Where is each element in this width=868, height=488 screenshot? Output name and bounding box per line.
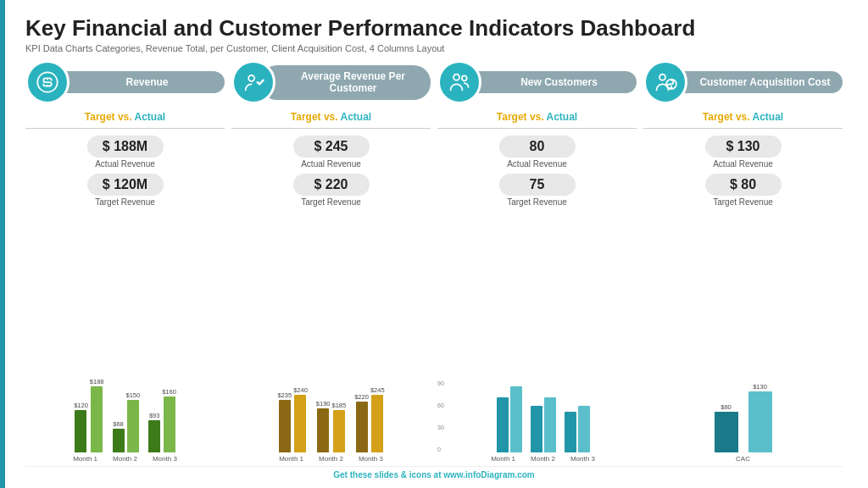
chart-area: $235 $240 $190	[231, 212, 431, 463]
bars-row: $235 $240	[277, 386, 307, 452]
vs-word: vs.	[324, 111, 341, 123]
col-new-customers: New Customers Target vs. Actual 80 Actua…	[437, 60, 637, 463]
target-value-box: 75	[499, 174, 576, 196]
bars-row	[565, 406, 590, 452]
target-actual: Target vs. Actual	[291, 111, 371, 123]
bars-row	[497, 386, 522, 452]
actual-desc: Actual Revenue	[301, 159, 361, 169]
target-value-box: $ 120M	[87, 174, 164, 196]
kpi-icon-circle	[643, 60, 687, 104]
bar-target: $68	[113, 420, 125, 452]
chart-x-labels: Month 1Month 2Month 3	[25, 455, 225, 463]
bar-group: $235 $240	[277, 386, 307, 452]
bar-actual: $188	[90, 378, 104, 452]
slide-container: Key Financial and Customer Performance I…	[0, 0, 868, 488]
divider	[231, 128, 431, 129]
target-value-box: $ 220	[293, 174, 370, 196]
x-label: Month 2	[319, 455, 343, 463]
kpi-label: Average Revenue Per Customer	[260, 65, 431, 100]
kpi-header: New Customers	[437, 60, 637, 104]
bar-actual: $150	[126, 391, 141, 452]
bars-row: $220 $245	[354, 386, 384, 452]
bars-row: $93 $160	[148, 388, 176, 452]
footer: Get these slides & icons at www.infoDiag…	[25, 466, 843, 480]
bar-actual	[510, 386, 522, 452]
bar-target	[565, 412, 576, 452]
kpi-label: Customer Acquisition Cost	[672, 71, 843, 93]
chart-x-labels: CAC	[643, 455, 843, 463]
target-value-box: $ 80	[705, 174, 782, 196]
bars-row: $120 $188	[74, 378, 103, 452]
bar-group	[497, 386, 522, 452]
x-label: Month 3	[570, 455, 595, 463]
bar-chart: $80 $130	[643, 380, 843, 452]
target-desc: Target Revenue	[713, 197, 773, 207]
bar-target: $190	[316, 400, 331, 452]
actual-value-box: $ 188M	[87, 136, 164, 158]
x-label: Month 1	[73, 455, 97, 463]
chart-area: 90 60 30 0	[437, 212, 637, 463]
bars-row: $68 $150	[113, 391, 141, 452]
actual-value-box: 80	[499, 136, 576, 158]
bar-target	[497, 397, 509, 452]
actual-word: Actual	[135, 111, 166, 123]
col-avg-revenue: Average Revenue Per Customer Target vs. …	[231, 60, 431, 463]
bar-target	[531, 406, 542, 452]
x-label: Month 2	[113, 455, 137, 463]
vs-word: vs.	[118, 111, 135, 123]
bars-row: $190 $185	[316, 400, 346, 452]
actual-value-box: $ 130	[705, 136, 782, 158]
x-label: Month 3	[153, 455, 177, 463]
chart-area: $80 $130 CAC	[643, 212, 843, 463]
x-label: Month 3	[359, 455, 383, 463]
bar-actual: $240	[293, 386, 308, 452]
divider	[437, 128, 637, 129]
bar-single: $130	[748, 383, 772, 452]
kpi-icon-circle	[25, 60, 70, 104]
target-actual: Target vs. Actual	[85, 111, 165, 123]
bar-actual: $245	[370, 386, 385, 452]
footer-text: Get these slides & icons at www.infoDiag…	[333, 470, 534, 480]
target-actual: Target vs. Actual	[497, 111, 577, 123]
x-label: CAC	[736, 455, 750, 463]
bar-group: $220 $245	[354, 386, 384, 452]
bar-group: $93 $160	[148, 388, 176, 452]
target-word: Target	[85, 111, 115, 123]
chart-x-labels: Month 1Month 2Month 3	[231, 455, 431, 463]
bar-group	[565, 406, 590, 452]
chart-wrapper: $235 $240 $190	[231, 380, 431, 463]
bar-target: $220	[354, 393, 369, 452]
svg-point-4	[659, 75, 665, 80]
target-word: Target	[703, 111, 733, 123]
x-label: Month 1	[491, 455, 515, 463]
col-cac: Customer Acquisition Cost Target vs. Act…	[643, 60, 843, 463]
svg-point-2	[453, 75, 459, 80]
kpi-header: Average Revenue Per Customer	[231, 60, 431, 104]
target-actual: Target vs. Actual	[703, 111, 783, 123]
target-word: Target	[291, 111, 321, 123]
bar-group: $190 $185	[316, 400, 346, 452]
bar-chart	[449, 380, 637, 452]
chart-wrapper: 90 60 30 0	[437, 380, 637, 463]
bar-chart: $235 $240 $190	[231, 380, 431, 452]
bar-target: $93	[148, 412, 160, 452]
bar-target: $235	[277, 391, 292, 452]
bar-single: $80	[715, 403, 738, 452]
svg-point-3	[462, 76, 467, 81]
kpi-label: Revenue	[54, 71, 225, 93]
actual-desc: Actual Revenue	[713, 159, 773, 169]
bar-group	[531, 397, 556, 452]
kpi-icon-circle	[231, 60, 275, 104]
bar-actual: $185	[332, 402, 347, 452]
vs-word: vs.	[736, 111, 753, 123]
svg-point-1	[248, 75, 254, 81]
header: Key Financial and Customer Performance I…	[25, 15, 843, 53]
target-desc: Target Revenue	[95, 197, 155, 207]
target-desc: Target Revenue	[507, 197, 567, 207]
bar-chart: $120 $188 $68	[25, 380, 225, 452]
actual-desc: Actual Revenue	[507, 159, 567, 169]
kpi-header: Revenue	[25, 60, 225, 104]
columns-container: Revenue Target vs. Actual $ 188M Actual …	[25, 60, 843, 463]
y-axis: 90 60 30 0	[437, 380, 444, 452]
x-label: Month 1	[279, 455, 303, 463]
